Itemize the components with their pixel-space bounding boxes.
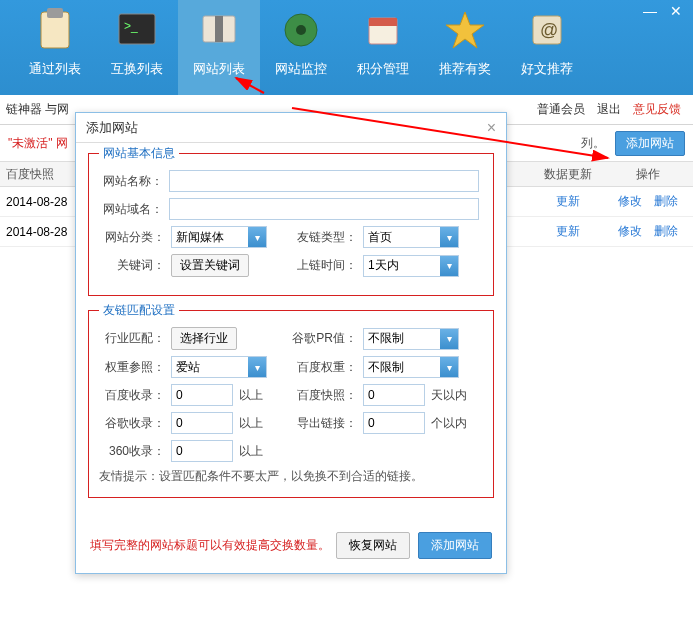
unit-text: 个以内 (431, 415, 467, 432)
bdshot-input[interactable] (363, 384, 425, 406)
svg-rect-1 (47, 8, 63, 18)
tab-label: 好文推荐 (521, 60, 573, 78)
window-buttons: — ✕ (637, 0, 689, 22)
add-site-dialog: 添加网站 × 网站基本信息 网站名称： 网站域名： 网站分类： 新闻媒体 ▾ (75, 112, 507, 574)
chevron-down-icon: ▾ (440, 357, 458, 377)
set-keyword-button[interactable]: 设置关键词 (171, 254, 249, 277)
keyword-label: 关键词： (99, 257, 165, 274)
star-icon (441, 6, 489, 54)
s360-input[interactable] (171, 440, 233, 462)
tips-text: 友情提示：设置匹配条件不要太严，以免换不到合适的链接。 (99, 468, 483, 485)
gpr-select[interactable]: 不限制 ▾ (363, 328, 459, 350)
member-link[interactable]: 普通会员 (537, 101, 585, 118)
unit-text: 以上 (239, 415, 263, 432)
wref-select[interactable]: 爱站 ▾ (171, 356, 267, 378)
bdinc-label: 百度收录： (99, 387, 165, 404)
main-toolbar: 通过列表 >_ 互换列表 网站列表 网站监控 积分管理 推荐有奖 @ 好文推荐 (0, 0, 693, 95)
tab-site-monitor[interactable]: 网站监控 (260, 0, 342, 95)
close-button[interactable]: ✕ (663, 0, 689, 22)
logout-link[interactable]: 退出 (597, 101, 621, 118)
tab-label: 网站监控 (275, 60, 327, 78)
gginc-input[interactable] (171, 412, 233, 434)
match-settings-fieldset: 友链匹配设置 行业匹配： 选择行业 谷歌PR值： 不限制 ▾ 权重参照： (88, 310, 494, 498)
cell-bd: 2014-08-28 (0, 225, 68, 239)
gginc-label: 谷歌收录： (99, 415, 165, 432)
site-domain-input[interactable] (169, 198, 479, 220)
delete-link[interactable]: 删除 (654, 194, 678, 208)
chevron-down-icon: ▾ (440, 227, 458, 247)
close-icon[interactable]: × (487, 119, 496, 137)
svg-rect-5 (215, 16, 223, 42)
dialog-title: 添加网站 (86, 119, 138, 137)
domain-label: 网站域名： (99, 201, 163, 218)
tab-site-list[interactable]: 网站列表 (178, 0, 260, 95)
category-select[interactable]: 新闻媒体 ▾ (171, 226, 267, 248)
tab-reward[interactable]: 推荐有奖 (424, 0, 506, 95)
select-value: 不限制 (368, 359, 404, 376)
svg-point-7 (296, 25, 306, 35)
tab-good-article[interactable]: @ 好文推荐 (506, 0, 588, 95)
update-link[interactable]: 更新 (556, 224, 580, 238)
fieldset-legend: 网站基本信息 (99, 145, 179, 162)
notice-tail: 列。 (581, 135, 605, 152)
terminal-icon: >_ (113, 6, 161, 54)
linktime-label: 上链时间： (291, 257, 357, 274)
s360-label: 360收录： (99, 443, 165, 460)
tab-points[interactable]: 积分管理 (342, 0, 424, 95)
th-bd: 百度快照 (0, 166, 68, 183)
breadcrumb-text: 链神器 与网 (6, 101, 69, 118)
basic-info-fieldset: 网站基本信息 网站名称： 网站域名： 网站分类： 新闻媒体 ▾ 友链类型： (88, 153, 494, 296)
select-value: 1天内 (368, 257, 399, 274)
name-label: 网站名称： (99, 173, 163, 190)
choose-industry-button[interactable]: 选择行业 (171, 327, 237, 350)
unit-text: 以上 (239, 387, 263, 404)
chevron-down-icon: ▾ (248, 227, 266, 247)
svg-marker-10 (446, 12, 484, 48)
at-icon: @ (523, 6, 571, 54)
dialog-body: 网站基本信息 网站名称： 网站域名： 网站分类： 新闻媒体 ▾ 友链类型： (76, 143, 506, 522)
outlink-input[interactable] (363, 412, 425, 434)
th-data: 数据更新 (533, 166, 603, 183)
dialog-title-bar[interactable]: 添加网站 × (76, 113, 506, 143)
linktime-select[interactable]: 1天内 ▾ (363, 255, 459, 277)
add-site-submit-button[interactable]: 添加网站 (418, 532, 492, 559)
restore-site-button[interactable]: 恢复网站 (336, 532, 410, 559)
select-value: 不限制 (368, 330, 404, 347)
chevron-down-icon: ▾ (440, 329, 458, 349)
add-site-button[interactable]: 添加网站 (615, 131, 685, 156)
fieldset-legend: 友链匹配设置 (99, 302, 179, 319)
unit-text: 以上 (239, 443, 263, 460)
linktype-select[interactable]: 首页 ▾ (363, 226, 459, 248)
chevron-down-icon: ▾ (440, 256, 458, 276)
site-name-input[interactable] (169, 170, 479, 192)
cat-label: 网站分类： (99, 229, 165, 246)
svg-text:>_: >_ (124, 19, 138, 33)
tab-label: 通过列表 (29, 60, 81, 78)
select-value: 爱站 (176, 359, 200, 376)
tab-label: 积分管理 (357, 60, 409, 78)
bdinc-input[interactable] (171, 384, 233, 406)
bdshot-label: 百度快照： (291, 387, 357, 404)
edit-link[interactable]: 修改 (618, 194, 642, 208)
disc-icon (277, 6, 325, 54)
select-value: 首页 (368, 229, 392, 246)
feedback-link[interactable]: 意见反馈 (633, 101, 681, 118)
tab-exchange-list[interactable]: >_ 互换列表 (96, 0, 178, 95)
svg-text:@: @ (540, 20, 558, 40)
tab-pass-list[interactable]: 通过列表 (14, 0, 96, 95)
bdw-label: 百度权重： (291, 359, 357, 376)
cell-bd: 2014-08-28 (0, 195, 68, 209)
edit-link[interactable]: 修改 (618, 224, 642, 238)
update-link[interactable]: 更新 (556, 194, 580, 208)
calendar-icon (359, 6, 407, 54)
footer-warning: 填写完整的网站标题可以有效提高交换数量。 (90, 537, 330, 554)
bdw-select[interactable]: 不限制 ▾ (363, 356, 459, 378)
gpr-label: 谷歌PR值： (291, 330, 357, 347)
delete-link[interactable]: 删除 (654, 224, 678, 238)
unit-text: 天以内 (431, 387, 467, 404)
select-value: 新闻媒体 (176, 229, 224, 246)
minimize-button[interactable]: — (637, 0, 663, 22)
tab-label: 推荐有奖 (439, 60, 491, 78)
outlink-label: 导出链接： (291, 415, 357, 432)
clipboard-icon (31, 6, 79, 54)
